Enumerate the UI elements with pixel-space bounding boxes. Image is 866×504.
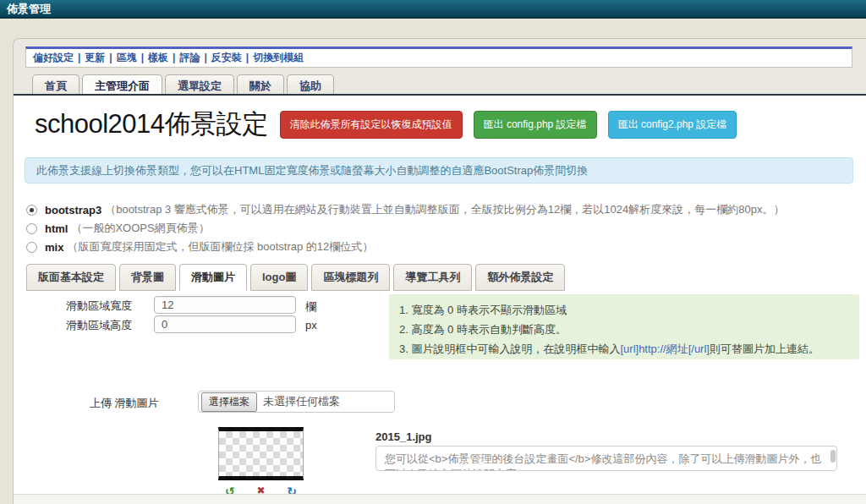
subtab-logo-image[interactable]: logo圖 — [250, 264, 308, 291]
subtab-nav-toolbar[interactable]: 導覽工具列 — [393, 264, 472, 291]
radio-description: （bootstrap 3 響應式佈景，可以適用在網站及行動裝置上並自動調整版面，… — [105, 202, 784, 217]
export-config2-button[interactable]: 匯出 config2.php 設定檔 — [608, 111, 737, 139]
breadcrumb: 偏好設定|更新|區塊|樣板|評論|反安裝|切換到模組 — [25, 47, 852, 68]
info-banner: 此佈景支援線上切換佈景類型，您可以在HTML固定寬度佈景或隨螢幕大小自動調整的自… — [25, 157, 853, 184]
slider-width-label: 滑動區域寬度 — [66, 299, 151, 314]
upload-slider-image-label: 上傳 滑動圖片 — [90, 396, 159, 411]
breadcrumb-separator: | — [173, 52, 175, 63]
subtab-layout-basic[interactable]: 版面基本設定 — [26, 264, 116, 291]
subtab-block-title-bar[interactable]: 區塊標題列 — [311, 264, 390, 291]
slider-height-unit: px — [305, 319, 317, 331]
theme-type-radio-mix[interactable] — [26, 242, 37, 253]
note-line-1: 1. 寬度為 0 時表示不顯示滑動區域 — [399, 300, 849, 320]
slide-image-thumbnail — [218, 427, 304, 480]
export-config-button[interactable]: 匯出 config.php 設定檔 — [474, 111, 597, 139]
theme-type-option-bootstrap3[interactable]: bootstrap3 （bootstrap 3 響應式佈景，可以適用在網站及行動… — [26, 203, 784, 216]
radio-label: mix — [45, 241, 63, 254]
row-divider — [14, 494, 866, 504]
breadcrumb-separator: | — [78, 52, 80, 63]
slider-height-input[interactable] — [154, 315, 296, 333]
textarea-scrollbar-thumb[interactable] — [830, 450, 836, 463]
page-title: school2014佈景設定 — [35, 107, 268, 142]
main-tab-bar: 首頁主管理介面選單設定關於協助 — [32, 74, 337, 94]
radio-description: （版面寬度採用固定式，但版面欄位採 bootstrap 的12欄位式） — [67, 239, 373, 255]
admin-panel: 偏好設定|更新|區塊|樣板|評論|反安裝|切換到模組 首頁主管理介面選單設定關於… — [13, 38, 866, 504]
breadcrumb-separator: | — [109, 52, 112, 63]
breadcrumb-link-comments[interactable]: 評論 — [179, 52, 200, 63]
theme-type-option-html[interactable]: html （一般的XOOPS網頁佈景） — [26, 222, 210, 235]
note-line-3-tail: 則可替圖片加上連結。 — [710, 342, 819, 355]
theme-type-radio-bootstrap3[interactable] — [26, 205, 37, 216]
slider-width-input[interactable] — [154, 296, 296, 314]
subtab-slider-images[interactable]: 滑動圖片 — [179, 264, 247, 291]
note-url-code: [url]http://網址[/url] — [620, 342, 709, 355]
reset-theme-button[interactable]: 清除此佈景所有設定以恢復成預設值 — [280, 111, 463, 139]
breadcrumb-link-preferences[interactable]: 偏好設定 — [33, 52, 74, 63]
subtab-background-image[interactable]: 背景圖 — [119, 264, 176, 291]
content-area: school2014佈景設定 清除此佈景所有設定以恢復成預設值 匯出 confi… — [14, 96, 866, 504]
slider-notes-box: 1. 寬度為 0 時表示不顯示滑動區域 2. 高度為 0 時表示自動判斷高度。 … — [389, 294, 859, 359]
breadcrumb-link-blocks[interactable]: 區塊 — [117, 52, 137, 63]
no-file-chosen-text: 未選擇任何檔案 — [263, 394, 340, 409]
slide-filename: 2015_1.jpg — [375, 430, 432, 443]
breadcrumb-separator: | — [246, 52, 249, 63]
breadcrumb-separator: | — [204, 52, 206, 63]
note-line-3: 3. 圖片說明框中可輸入說明，在說明框中輸入[url]http://網址[/ur… — [399, 339, 849, 359]
note-line-3-text: 3. 圖片說明框中可輸入說明，在說明框中輸入 — [399, 342, 620, 355]
theme-settings-tab-bar: 版面基本設定背景圖滑動圖片logo圖區塊標題列導覽工具列額外佈景設定 — [26, 264, 568, 291]
breadcrumb-link-update[interactable]: 更新 — [85, 52, 105, 63]
slider-height-label: 滑動區域高度 — [66, 318, 151, 333]
subtab-extra-theme-settings[interactable]: 額外佈景設定 — [475, 264, 565, 291]
file-upload-control[interactable]: 選擇檔案 未選擇任何檔案 — [198, 391, 395, 413]
topbar-title: 佈景管理 — [7, 3, 51, 15]
choose-file-button[interactable]: 選擇檔案 — [201, 392, 257, 412]
theme-type-option-mix[interactable]: mix （版面寬度採用固定式，但版面欄位採 bootstrap 的12欄位式） — [26, 240, 373, 254]
slider-width-unit: 欄 — [305, 299, 316, 315]
radio-label: html — [45, 222, 68, 235]
breadcrumb-link-templates[interactable]: 樣板 — [148, 52, 168, 63]
slide-description-textarea[interactable]: 您可以從<b>佈景管理的後台設定畫面</b>修改這部份內容，除了可以上傳滑動圖片… — [375, 446, 837, 471]
title-row: school2014佈景設定 清除此佈景所有設定以恢復成預設值 匯出 confi… — [35, 101, 748, 148]
breadcrumb-link-switch-module[interactable]: 切換到模組 — [253, 52, 304, 63]
theme-type-radio-html[interactable] — [26, 223, 37, 234]
breadcrumb-link-uninstall[interactable]: 反安裝 — [211, 52, 242, 63]
radio-label: bootstrap3 — [45, 204, 101, 216]
breadcrumb-separator: | — [141, 52, 144, 63]
note-line-2: 2. 高度為 0 時表示自動判斷高度。 — [399, 320, 849, 339]
topbar: 佈景管理 — [0, 0, 866, 19]
radio-description: （一般的XOOPS網頁佈景） — [71, 221, 209, 236]
